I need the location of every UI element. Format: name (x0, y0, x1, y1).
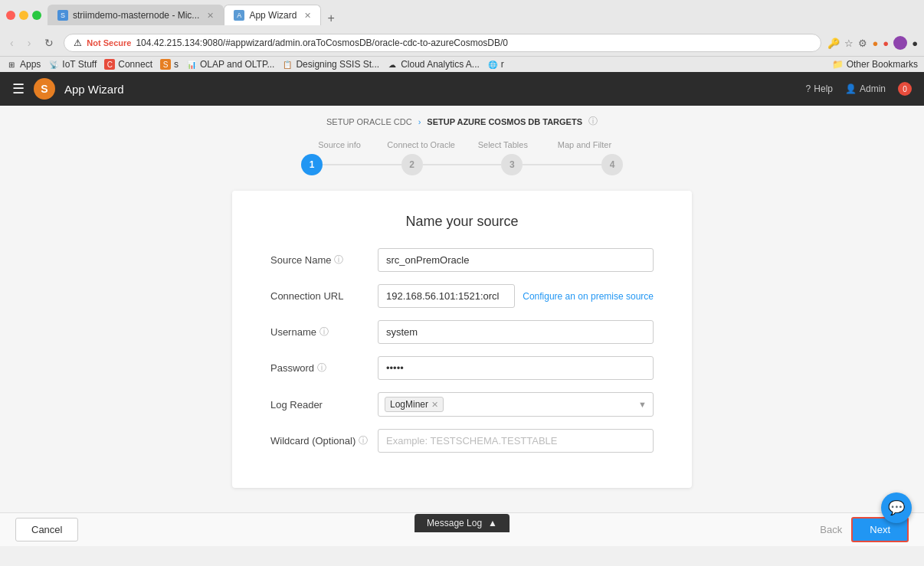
reload-button[interactable]: ↻ (41, 35, 57, 51)
main-content: SETUP ORACLE CDC › SETUP AZURE COSMOS DB… (0, 106, 924, 512)
connection-url-label: Connection URL (270, 290, 378, 302)
bookmark-olap[interactable]: 📊 OLAP and OLTP... (186, 59, 274, 70)
wildcard-label: Wildcard (Optional) ⓘ (270, 434, 378, 447)
chat-icon: 💬 (888, 499, 905, 516)
log-reader-row: Log Reader LogMiner ✕ ▼ (270, 392, 654, 417)
back-button[interactable]: Back (820, 524, 842, 535)
breadcrumb-step2: SETUP AZURE COSMOS DB TARGETS (427, 117, 582, 126)
other-bookmarks[interactable]: 📁 Other Bookmarks (832, 59, 918, 70)
address-url: 104.42.215.134:9080/#appwizard/admin.ora… (136, 38, 508, 48)
source-name-field (378, 248, 654, 272)
breadcrumb-arrow: › (418, 117, 421, 126)
password-label: Password ⓘ (270, 362, 378, 375)
address-bar: ‹ › ↻ ⚠ Not Secure 104.42.215.134:9080/#… (0, 30, 924, 56)
bookmark-apps[interactable]: ⊞ Apps (6, 59, 41, 70)
connection-url-input[interactable] (378, 284, 515, 308)
apps-icon: ⊞ (6, 59, 17, 70)
breadcrumb-info-icon[interactable]: ⓘ (588, 115, 598, 128)
bookmark-cloud[interactable]: ☁ Cloud Analytics A... (387, 59, 480, 70)
password-input[interactable] (378, 356, 654, 380)
form-container: Name your source Source Name ⓘ Connectio… (232, 191, 692, 488)
app-header-right: ? Help 👤 Admin 0 (806, 82, 912, 96)
minimize-button[interactable] (19, 11, 28, 20)
source-name-input[interactable] (378, 248, 654, 272)
orange-icon: ● (872, 38, 878, 49)
message-log-arrow: ▲ (488, 518, 497, 528)
tab-striimdemo[interactable]: S striimdemo-masternode - Mic... ✕ (48, 5, 224, 25)
log-reader-tag: LogMiner ✕ (385, 397, 444, 412)
message-log-bar[interactable]: Message Log ▲ (414, 514, 510, 532)
other-bookmarks-label: Other Bookmarks (847, 59, 918, 70)
red-icon: ● (883, 38, 889, 49)
cloud-icon: ☁ (387, 59, 398, 70)
username-input[interactable] (378, 320, 654, 344)
bookmark-ssis-label: Designing SSIS St... (296, 59, 379, 70)
log-reader-label: Log Reader (270, 399, 378, 411)
bookmark-olap-label: OLAP and OLTP... (200, 59, 274, 70)
wildcard-row: Wildcard (Optional) ⓘ (270, 429, 654, 453)
tab-close-striimdemo[interactable]: ✕ (207, 11, 214, 21)
app-logo: S (34, 78, 55, 100)
cancel-button[interactable]: Cancel (15, 518, 78, 541)
back-nav-button[interactable]: ‹ (6, 35, 18, 51)
wildcard-field (378, 429, 654, 453)
forward-nav-button[interactable]: › (24, 35, 35, 51)
key-icon: 🔑 (827, 38, 840, 49)
admin-button[interactable]: 👤 Admin (845, 83, 886, 94)
log-reader-tag-close[interactable]: ✕ (431, 400, 438, 410)
step-circle-2[interactable]: 2 (401, 154, 423, 175)
new-tab-button[interactable]: + (321, 11, 340, 25)
notification-badge[interactable]: 0 (898, 82, 912, 96)
bookmark-s-label: s (174, 59, 179, 70)
log-reader-field: LogMiner ✕ ▼ (378, 392, 654, 417)
bookmarks-bar: ⊞ Apps 📡 IoT Stuff C Connect S s 📊 OLAP … (0, 56, 924, 72)
close-button[interactable] (6, 11, 15, 20)
bookmark-r[interactable]: 🌐 r (487, 59, 504, 70)
step-bar: 1 2 3 4 (301, 154, 623, 175)
step-line-2-3 (423, 164, 502, 165)
tab-close-appwizard[interactable]: ✕ (304, 11, 311, 21)
tab-appwizard[interactable]: A App Wizard ✕ (224, 5, 321, 25)
wildcard-info-icon[interactable]: ⓘ (359, 434, 368, 447)
step-label-1: Source info (301, 140, 378, 149)
window-controls (6, 11, 41, 20)
chat-button[interactable]: 💬 (881, 492, 912, 523)
step-circle-1[interactable]: 1 (301, 154, 323, 175)
source-name-info-icon[interactable]: ⓘ (334, 254, 343, 267)
settings-icon[interactable]: ⚙ (858, 38, 867, 49)
tab-label-striimdemo: striimdemo-masternode - Mic... (73, 10, 199, 21)
log-reader-select[interactable]: LogMiner ✕ ▼ (378, 392, 654, 417)
bookmark-s[interactable]: S s (160, 59, 179, 70)
olap-icon: 📊 (186, 59, 197, 70)
step-circle-4[interactable]: 4 (601, 154, 623, 175)
help-icon: ? (806, 83, 811, 94)
folder-icon: 📁 (832, 59, 844, 70)
address-input[interactable]: ⚠ Not Secure 104.42.215.134:9080/#appwiz… (64, 34, 821, 52)
maximize-button[interactable] (32, 11, 41, 20)
user-icon: 👤 (845, 83, 857, 94)
bookmark-connect[interactable]: C Connect (104, 59, 152, 70)
step-label-4: Map and Filter (546, 140, 623, 149)
iot-icon: 📡 (48, 59, 59, 70)
log-reader-value: LogMiner (390, 399, 428, 410)
help-button[interactable]: ? Help (806, 83, 833, 94)
star-icon[interactable]: ☆ (844, 38, 854, 49)
step-labels: Source info Connect to Oracle Select Tab… (301, 140, 623, 149)
password-info-icon[interactable]: ⓘ (317, 362, 326, 375)
username-field (378, 320, 654, 344)
message-log-label: Message Log (427, 518, 482, 528)
step-circle-3[interactable]: 3 (501, 154, 523, 175)
hamburger-menu-button[interactable]: ☰ (12, 80, 25, 97)
password-field (378, 356, 654, 380)
tab-label-appwizard: App Wizard (249, 10, 297, 21)
username-label: Username ⓘ (270, 326, 378, 339)
wildcard-input[interactable] (378, 429, 654, 453)
step-line-3-4 (523, 164, 601, 165)
step-label-3: Select Tables (464, 140, 541, 149)
bookmark-ssis[interactable]: 📋 Designing SSIS St... (282, 59, 379, 70)
bookmark-iot[interactable]: 📡 IoT Stuff (48, 59, 97, 70)
bookmark-iot-label: IoT Stuff (62, 59, 97, 70)
bookmark-connect-label: Connect (118, 59, 152, 70)
configure-on-premise-link[interactable]: Configure an on premise source (523, 291, 654, 302)
username-info-icon[interactable]: ⓘ (319, 326, 329, 339)
